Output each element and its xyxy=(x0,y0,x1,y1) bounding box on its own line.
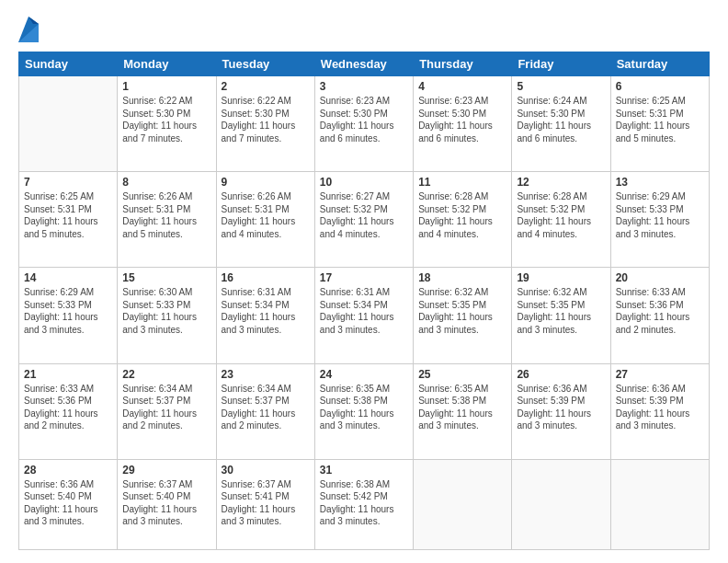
weekday-header-monday: Monday xyxy=(118,52,216,76)
cell-info: Sunrise: 6:26 AMSunset: 5:31 PMDaylight:… xyxy=(222,190,310,240)
calendar-cell: 10Sunrise: 6:27 AMSunset: 5:32 PMDayligh… xyxy=(314,172,413,268)
day-number: 11 xyxy=(418,176,506,189)
calendar-cell: 16Sunrise: 6:31 AMSunset: 5:34 PMDayligh… xyxy=(216,268,314,363)
day-number: 1 xyxy=(122,80,210,93)
day-number: 19 xyxy=(517,271,605,284)
calendar-table: SundayMondayTuesdayWednesdayThursdayFrid… xyxy=(18,52,710,550)
calendar-cell: 29Sunrise: 6:37 AMSunset: 5:40 PMDayligh… xyxy=(118,459,216,549)
cell-info: Sunrise: 6:29 AMSunset: 5:33 PMDaylight:… xyxy=(24,286,112,336)
calendar-cell: 27Sunrise: 6:36 AMSunset: 5:39 PMDayligh… xyxy=(610,363,709,459)
calendar-cell: 2Sunrise: 6:22 AMSunset: 5:30 PMDaylight… xyxy=(216,76,314,172)
day-number: 29 xyxy=(122,464,210,477)
week-row-5: 28Sunrise: 6:36 AMSunset: 5:40 PMDayligh… xyxy=(19,459,710,549)
day-number: 25 xyxy=(418,368,506,381)
cell-info: Sunrise: 6:23 AMSunset: 5:30 PMDaylight:… xyxy=(418,95,506,144)
header xyxy=(18,17,710,42)
calendar-cell: 22Sunrise: 6:34 AMSunset: 5:37 PMDayligh… xyxy=(118,363,216,459)
day-number: 26 xyxy=(517,368,605,381)
calendar-cell: 28Sunrise: 6:36 AMSunset: 5:40 PMDayligh… xyxy=(19,459,118,549)
calendar-cell: 1Sunrise: 6:22 AMSunset: 5:30 PMDaylight… xyxy=(118,76,216,172)
day-number: 23 xyxy=(222,368,310,381)
cell-info: Sunrise: 6:22 AMSunset: 5:30 PMDaylight:… xyxy=(122,95,210,144)
cell-info: Sunrise: 6:30 AMSunset: 5:33 PMDaylight:… xyxy=(122,286,210,336)
day-number: 21 xyxy=(24,368,112,381)
calendar-cell: 6Sunrise: 6:25 AMSunset: 5:31 PMDaylight… xyxy=(610,76,709,172)
calendar-cell xyxy=(19,76,118,172)
cell-info: Sunrise: 6:37 AMSunset: 5:40 PMDaylight:… xyxy=(122,478,210,528)
calendar-page: SundayMondayTuesdayWednesdayThursdayFrid… xyxy=(0,0,728,563)
week-row-4: 21Sunrise: 6:33 AMSunset: 5:36 PMDayligh… xyxy=(19,363,710,459)
cell-info: Sunrise: 6:34 AMSunset: 5:37 PMDaylight:… xyxy=(222,383,310,432)
weekday-header-tuesday: Tuesday xyxy=(216,52,314,76)
day-number: 15 xyxy=(122,271,210,284)
weekday-header-sunday: Sunday xyxy=(19,52,118,76)
weekday-header-row: SundayMondayTuesdayWednesdayThursdayFrid… xyxy=(19,52,710,76)
calendar-cell: 14Sunrise: 6:29 AMSunset: 5:33 PMDayligh… xyxy=(19,268,118,363)
calendar-cell: 4Sunrise: 6:23 AMSunset: 5:30 PMDaylight… xyxy=(414,76,512,172)
cell-info: Sunrise: 6:35 AMSunset: 5:38 PMDaylight:… xyxy=(418,383,506,432)
calendar-cell xyxy=(512,459,610,549)
calendar-cell: 25Sunrise: 6:35 AMSunset: 5:38 PMDayligh… xyxy=(414,363,512,459)
cell-info: Sunrise: 6:27 AMSunset: 5:32 PMDaylight:… xyxy=(320,190,408,240)
day-number: 17 xyxy=(320,271,408,284)
day-number: 9 xyxy=(222,176,310,189)
day-number: 4 xyxy=(418,80,506,93)
calendar-cell: 15Sunrise: 6:30 AMSunset: 5:33 PMDayligh… xyxy=(118,268,216,363)
cell-info: Sunrise: 6:28 AMSunset: 5:32 PMDaylight:… xyxy=(517,190,605,240)
cell-info: Sunrise: 6:26 AMSunset: 5:31 PMDaylight:… xyxy=(122,190,210,240)
day-number: 8 xyxy=(122,176,210,189)
cell-info: Sunrise: 6:34 AMSunset: 5:37 PMDaylight:… xyxy=(122,383,210,432)
week-row-3: 14Sunrise: 6:29 AMSunset: 5:33 PMDayligh… xyxy=(19,268,710,363)
calendar-cell: 8Sunrise: 6:26 AMSunset: 5:31 PMDaylight… xyxy=(118,172,216,268)
day-number: 10 xyxy=(320,176,408,189)
calendar-cell: 30Sunrise: 6:37 AMSunset: 5:41 PMDayligh… xyxy=(216,459,314,549)
cell-info: Sunrise: 6:36 AMSunset: 5:39 PMDaylight:… xyxy=(616,383,704,432)
calendar-cell: 20Sunrise: 6:33 AMSunset: 5:36 PMDayligh… xyxy=(610,268,709,363)
day-number: 12 xyxy=(517,176,605,189)
cell-info: Sunrise: 6:33 AMSunset: 5:36 PMDaylight:… xyxy=(616,286,704,336)
weekday-header-friday: Friday xyxy=(512,52,610,76)
day-number: 24 xyxy=(320,368,408,381)
day-number: 2 xyxy=(222,80,310,93)
cell-info: Sunrise: 6:23 AMSunset: 5:30 PMDaylight:… xyxy=(320,95,408,144)
cell-info: Sunrise: 6:22 AMSunset: 5:30 PMDaylight:… xyxy=(222,95,310,144)
calendar-cell: 3Sunrise: 6:23 AMSunset: 5:30 PMDaylight… xyxy=(314,76,413,172)
day-number: 22 xyxy=(122,368,210,381)
cell-info: Sunrise: 6:33 AMSunset: 5:36 PMDaylight:… xyxy=(24,383,112,432)
cell-info: Sunrise: 6:25 AMSunset: 5:31 PMDaylight:… xyxy=(24,190,112,240)
cell-info: Sunrise: 6:29 AMSunset: 5:33 PMDaylight:… xyxy=(616,190,704,240)
calendar-cell: 7Sunrise: 6:25 AMSunset: 5:31 PMDaylight… xyxy=(19,172,118,268)
day-number: 16 xyxy=(222,271,310,284)
cell-info: Sunrise: 6:36 AMSunset: 5:39 PMDaylight:… xyxy=(517,383,605,432)
cell-info: Sunrise: 6:32 AMSunset: 5:35 PMDaylight:… xyxy=(517,286,605,336)
day-number: 20 xyxy=(616,271,704,284)
cell-info: Sunrise: 6:31 AMSunset: 5:34 PMDaylight:… xyxy=(320,286,408,336)
cell-info: Sunrise: 6:31 AMSunset: 5:34 PMDaylight:… xyxy=(222,286,310,336)
day-number: 30 xyxy=(222,464,310,477)
calendar-cell: 31Sunrise: 6:38 AMSunset: 5:42 PMDayligh… xyxy=(314,459,413,549)
calendar-cell: 5Sunrise: 6:24 AMSunset: 5:30 PMDaylight… xyxy=(512,76,610,172)
calendar-cell: 11Sunrise: 6:28 AMSunset: 5:32 PMDayligh… xyxy=(414,172,512,268)
day-number: 3 xyxy=(320,80,408,93)
day-number: 18 xyxy=(418,271,506,284)
day-number: 6 xyxy=(616,80,704,93)
day-number: 14 xyxy=(24,271,112,284)
cell-info: Sunrise: 6:25 AMSunset: 5:31 PMDaylight:… xyxy=(616,95,704,144)
cell-info: Sunrise: 6:38 AMSunset: 5:42 PMDaylight:… xyxy=(320,478,408,528)
calendar-cell: 13Sunrise: 6:29 AMSunset: 5:33 PMDayligh… xyxy=(610,172,709,268)
calendar-cell: 19Sunrise: 6:32 AMSunset: 5:35 PMDayligh… xyxy=(512,268,610,363)
day-number: 13 xyxy=(616,176,704,189)
cell-info: Sunrise: 6:32 AMSunset: 5:35 PMDaylight:… xyxy=(418,286,506,336)
weekday-header-wednesday: Wednesday xyxy=(314,52,413,76)
calendar-cell: 24Sunrise: 6:35 AMSunset: 5:38 PMDayligh… xyxy=(314,363,413,459)
calendar-cell xyxy=(610,459,709,549)
cell-info: Sunrise: 6:37 AMSunset: 5:41 PMDaylight:… xyxy=(222,478,310,528)
logo-icon xyxy=(18,17,39,42)
logo xyxy=(18,17,42,42)
week-row-1: 1Sunrise: 6:22 AMSunset: 5:30 PMDaylight… xyxy=(19,76,710,172)
week-row-2: 7Sunrise: 6:25 AMSunset: 5:31 PMDaylight… xyxy=(19,172,710,268)
day-number: 31 xyxy=(320,464,408,477)
cell-info: Sunrise: 6:24 AMSunset: 5:30 PMDaylight:… xyxy=(517,95,605,144)
calendar-cell: 26Sunrise: 6:36 AMSunset: 5:39 PMDayligh… xyxy=(512,363,610,459)
cell-info: Sunrise: 6:36 AMSunset: 5:40 PMDaylight:… xyxy=(24,478,112,528)
